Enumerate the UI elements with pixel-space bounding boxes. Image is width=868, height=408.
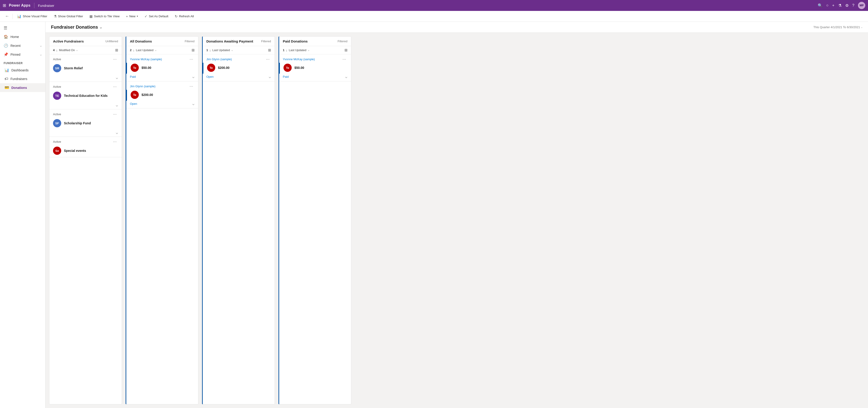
donation-expand-awaiting-jim[interactable]: ⌵ — [269, 74, 271, 79]
card-status-4: Active — [53, 140, 61, 143]
expand-chevron-1[interactable]: ⌵ — [116, 75, 118, 80]
card-main-2: TE Technical Education for Kids — [50, 90, 122, 102]
expand-chevron-2[interactable]: ⌵ — [116, 103, 118, 107]
donation-status-awaiting-open[interactable]: Open — [206, 75, 214, 78]
refresh-icon: ↻ — [175, 14, 178, 19]
sort-arrow-icon-donations: ↓ — [133, 48, 134, 52]
sort-control-fundraisers[interactable]: 4 ↓ Modified On ⌵ — [53, 48, 78, 52]
donation-expand-paid-yvonne[interactable]: ⌵ — [345, 74, 347, 79]
sort-field: Modified On — [59, 48, 75, 52]
donation-menu-paid-yvonne[interactable]: ⋯ — [341, 57, 347, 62]
chart-icon: 📊 — [17, 14, 21, 19]
lane-header-donations-awaiting: Donations Awaiting Payment Filtered — [203, 37, 275, 46]
refresh-all-button[interactable]: ↻ Refresh All — [172, 13, 196, 20]
card-expand-1: ⌵ — [50, 74, 122, 81]
sort-control-all-donations[interactable]: 2 ↓ Last Updated ⌵ — [130, 48, 157, 52]
lane-title-all-donations: All Donations — [130, 39, 152, 43]
donation-menu-yvonne[interactable]: ⋯ — [188, 57, 194, 62]
sidebar-item-recent[interactable]: 🕐 Recent ⌵ — [0, 41, 45, 50]
donation-card-jim-glynn: Jim Glynn (sample) ⋯ Te $200.00 Open ⌵ — [126, 81, 198, 108]
card-name-storm-relief[interactable]: Storm Relief — [64, 66, 83, 70]
checkmark-icon: ✓ — [145, 14, 148, 19]
lane-body-fundraisers: Active ⋯ SR Storm Relief ⌵ — [50, 54, 122, 404]
card-status-row-4: Active ⋯ — [50, 137, 122, 145]
card-menu-4[interactable]: ⋯ — [112, 139, 118, 144]
sidebar-item-donations[interactable]: 💳 Donations — [0, 83, 45, 92]
lane-view-toggle-paid[interactable]: ⊞ — [344, 48, 347, 52]
sidebar-item-pinned[interactable]: 📌 Pinned ⌵ — [0, 50, 45, 59]
expand-chevron-3[interactable]: ⌵ — [116, 131, 118, 135]
donation-header-paid-yvonne: Yvonne McKay (sample) ⋯ — [279, 54, 351, 63]
sidebar-item-home[interactable]: 🏠 Home — [0, 32, 45, 41]
divider — [34, 3, 34, 8]
card-status-3: Active — [53, 112, 61, 116]
toolbar: ← 📊 Show Visual Filter ⚗ Show Global Fil… — [0, 11, 868, 22]
sort-count: 4 — [53, 48, 55, 52]
set-as-default-button[interactable]: ✓ Set As Default — [142, 13, 171, 20]
card-status-1: Active — [53, 58, 61, 61]
dashboards-icon: 📊 — [5, 68, 9, 72]
card-menu-2[interactable]: ⋯ — [112, 84, 118, 89]
switch-tile-view-button[interactable]: ▦ Switch to Tile View — [87, 13, 122, 20]
sort-chevron-icon-awaiting: ⌵ — [231, 48, 233, 52]
plus-icon[interactable]: + — [832, 3, 835, 8]
top-bar-right: 🔍 ○ + ⚗ ⚙ ? MP — [818, 2, 865, 9]
user-avatar[interactable]: MP — [858, 2, 865, 9]
card-name-special-events[interactable]: Special events — [64, 149, 86, 152]
sidebar-item-fundraisers[interactable]: 🏷 Fundraisers — [0, 74, 45, 83]
donation-footer-paid-yvonne: Paid ⌵ — [279, 74, 351, 81]
back-button[interactable]: ← — [4, 12, 10, 20]
donation-expand-jim[interactable]: ⌵ — [192, 102, 194, 106]
sort-control-paid[interactable]: 1 ↓ Last Updated ⌵ — [283, 48, 309, 52]
donation-card-awaiting-jim: Jim Glynn (sample) ⋯ Te $200.00 Open ⌵ — [203, 54, 275, 81]
filter-icon[interactable]: ⚗ — [838, 3, 842, 8]
pinned-icon: 📌 — [4, 52, 8, 57]
show-visual-filter-button[interactable]: 📊 Show Visual Filter — [14, 13, 50, 20]
lane-sort-bar-paid: 1 ↓ Last Updated ⌵ ⊞ — [279, 46, 351, 54]
donation-footer-awaiting-jim: Open ⌵ — [203, 74, 275, 81]
lane-header-paid-donations: Paid Donations Filtered — [279, 37, 351, 46]
card-menu-3[interactable]: ⋯ — [112, 112, 118, 117]
donation-status-paid-yvonne[interactable]: Paid — [283, 75, 289, 78]
donation-footer-jim: Open ⌵ — [126, 101, 198, 108]
help-icon[interactable]: ? — [852, 3, 854, 8]
page-title-dropdown[interactable]: Fundraiser Donations ⌵ — [51, 25, 102, 30]
lane-body-all-donations: Yvonne McKay (sample) ⋯ Te $50.00 Paid ⌵ — [126, 54, 198, 404]
card-name-scholarship-fund[interactable]: Scholarship Fund — [64, 122, 91, 125]
sort-field-awaiting: Last Updated — [212, 48, 230, 52]
sort-control-awaiting[interactable]: 1 ↓ Last Updated ⌵ — [206, 48, 233, 52]
card-scholarship-fund: Active ⋯ SF Scholarship Fund ⌵ — [50, 109, 122, 137]
grid-icon[interactable]: ⊞ — [3, 3, 6, 8]
donation-contact-jim[interactable]: Jim Glynn (sample) — [130, 84, 155, 88]
donation-contact-awaiting-jim[interactable]: Jim Glynn (sample) — [206, 58, 232, 61]
card-main-3: SF Scholarship Fund — [50, 118, 122, 130]
donation-menu-jim[interactable]: ⋯ — [188, 83, 194, 89]
search-icon[interactable]: 🔍 — [818, 3, 823, 8]
lane-view-toggle-all-donations[interactable]: ⊞ — [192, 48, 194, 52]
card-special-events: Active ⋯ Se Special events — [50, 137, 122, 157]
donation-status-paid[interactable]: Paid — [130, 75, 136, 78]
donation-contact-paid-yvonne[interactable]: Yvonne McKay (sample) — [283, 58, 315, 61]
donations-icon: 💳 — [5, 86, 9, 90]
sort-count-awaiting: 1 — [206, 48, 208, 52]
card-menu-1[interactable]: ⋯ — [112, 57, 118, 62]
lane-view-toggle-awaiting[interactable]: ⊞ — [268, 48, 271, 52]
new-button[interactable]: + New ▾ — [123, 13, 141, 20]
donation-menu-awaiting-jim[interactable]: ⋯ — [265, 57, 271, 62]
donation-amount-yvonne: $50.00 — [142, 66, 151, 70]
date-range-selector[interactable]: This Quarter 4/1/2021 To 6/30/2021 ⌵ — [813, 26, 863, 29]
card-name-technical-education[interactable]: Technical Education for Kids — [64, 94, 107, 98]
settings-icon[interactable]: ⚙ — [845, 3, 849, 8]
sidebar-item-dashboards[interactable]: 📊 Dashboards — [0, 66, 45, 74]
show-global-filter-button[interactable]: ⚗ Show Global Filter — [51, 13, 86, 20]
donation-expand-yvonne[interactable]: ⌵ — [192, 74, 194, 79]
hamburger-icon[interactable]: ☰ — [0, 24, 45, 32]
donation-contact-yvonne[interactable]: Yvonne McKay (sample) — [130, 58, 162, 61]
board: Active Fundraisers Unfiltered 4 ↓ Modifi… — [45, 33, 868, 408]
circle-icon[interactable]: ○ — [826, 3, 829, 8]
lane-view-toggle-fundraisers[interactable]: ⊞ — [115, 48, 118, 52]
donation-status-open[interactable]: Open — [130, 102, 137, 105]
card-technical-education: Active ⋯ TE Technical Education for Kids… — [50, 82, 122, 109]
avatar-technical-education: TE — [53, 92, 61, 100]
donation-footer-yvonne: Paid ⌵ — [126, 74, 198, 81]
